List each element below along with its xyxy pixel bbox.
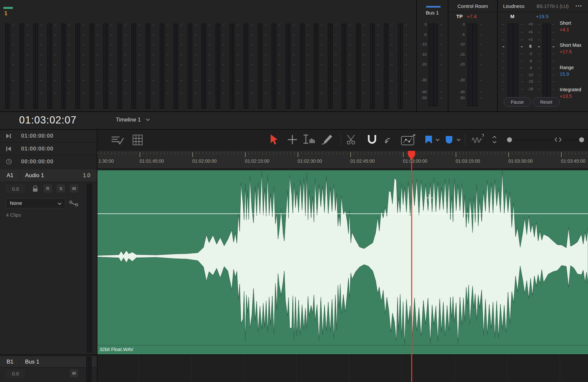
ruler-label: 01:02:00:00	[192, 158, 217, 164]
track-a1-volume[interactable]: 0.0	[6, 184, 25, 193]
marker-menu-chevron-icon[interactable]	[456, 137, 462, 142]
control-room-meter	[468, 24, 477, 106]
channel-meter	[230, 24, 234, 109]
channel-meter	[342, 24, 346, 109]
track-b1-header[interactable]: B1 Bus 1 0.0 M	[0, 355, 97, 382]
range-selection-tool[interactable]	[302, 133, 316, 146]
track-b1-volume[interactable]: 0.0	[6, 369, 25, 378]
track-a1-level-meter	[87, 184, 92, 352]
timeline-selector-label: Timeline 1	[116, 117, 141, 123]
clip-name-bar: 32bit Float.WAV	[97, 345, 588, 354]
jog-fields: 01:00:00:00 01:00:00:00 00:00:00:00	[0, 130, 97, 169]
skip-to-end-icon[interactable]	[6, 133, 12, 139]
track-b1-id: B1	[7, 359, 13, 365]
channel-meter	[75, 24, 80, 109]
keyframe-editor-icon[interactable]	[400, 133, 417, 146]
channel-meter	[300, 24, 305, 109]
channel-meter	[90, 24, 94, 109]
channel-meter	[216, 24, 220, 109]
vertical-zoom-icon[interactable]	[491, 134, 498, 145]
track-a1-mute-button[interactable]: M	[70, 184, 78, 193]
playhead-marker[interactable]	[408, 151, 415, 161]
linked-selection-icon[interactable]	[383, 133, 396, 146]
jog-timecode-duration[interactable]: 00:00:00:00	[21, 158, 53, 165]
bus-track-lane[interactable]	[97, 355, 588, 382]
jog-row: 00:00:00:00	[0, 155, 97, 168]
timeline-zoom-slider[interactable]	[564, 140, 584, 140]
channel-meter	[272, 24, 276, 109]
timeline-toolbar	[97, 130, 588, 151]
stat-integrated-value: +13.5	[560, 94, 572, 99]
duration-clock-icon[interactable]	[6, 159, 12, 165]
timeline-selector[interactable]: Timeline 1	[116, 117, 150, 123]
loudness-panel: Loudness BS.1770-1 (LU) ••• M +19.5 +9+6…	[498, 0, 588, 111]
razor-tool[interactable]	[345, 133, 358, 146]
stat-range-label: Range	[560, 65, 574, 70]
track-a1-header[interactable]: A1 Audio 1 1.0 0.0 R S M None 4 Clips	[0, 169, 97, 354]
skip-to-start-icon[interactable]	[6, 146, 12, 151]
meter-group-indicator	[3, 7, 13, 9]
channel-meter	[160, 24, 164, 109]
bus1-color-bar	[426, 6, 441, 8]
loudness-title: Loudness	[503, 3, 524, 9]
channel-meters-panel: 1	[0, 0, 416, 111]
bus1-meter	[429, 24, 438, 106]
jog-timecode-in[interactable]: 01:00:00:00	[21, 146, 53, 152]
fairlight-audio-page: { "colors": { "accent_red": "#e8483c", "…	[0, 0, 588, 382]
ruler-label: 01:02:15:00	[245, 158, 269, 164]
track-a1-name: Audio 1	[25, 172, 44, 179]
track-a1-automation-icon[interactable]	[68, 199, 79, 208]
snapping-magnet-icon[interactable]	[365, 133, 379, 146]
waveform	[97, 170, 588, 345]
channel-meter	[258, 24, 262, 109]
track-a1-effect-dropdown[interactable]: None	[6, 198, 66, 208]
trim-tool[interactable]	[286, 133, 299, 146]
track-a1-record-arm-button[interactable]: R	[43, 184, 52, 193]
track-a1-clip-count: 4 Clips	[6, 212, 21, 218]
channel-meter	[174, 24, 178, 109]
stat-short-value: +4.1	[560, 27, 569, 32]
loudness-pause-button[interactable]: Pause	[504, 97, 531, 107]
timeline-zoom-slider-knob[interactable]	[579, 137, 584, 142]
track-b1-name: Bus 1	[25, 359, 39, 365]
timeline-view-options-icon[interactable]	[111, 134, 125, 146]
flag-menu-chevron-icon[interactable]	[435, 137, 441, 142]
stat-short-label: Short	[560, 20, 571, 26]
transport-bar: 01:03:02:07 Timeline 1	[0, 112, 588, 129]
clip-volume-line[interactable]	[97, 213, 588, 214]
ruler-label: 01:03:15:00	[456, 158, 480, 164]
track-height-slider-knob[interactable]	[507, 137, 512, 142]
channel-meter	[356, 24, 361, 109]
track-a1-solo-button[interactable]: S	[57, 184, 65, 193]
channel-meter	[384, 24, 388, 109]
jog-timecode-out[interactable]: 01:00:00:00	[21, 133, 53, 139]
stat-shortmax-label: Short Max	[560, 42, 581, 48]
flag-icon[interactable]	[424, 134, 433, 146]
horizontal-zoom-icon[interactable]	[554, 136, 562, 144]
track-index-grid-icon[interactable]	[131, 134, 144, 146]
loudness-lu-scale: +9+6+30-3-6-9-12-15-18	[525, 0, 536, 111]
channel-meter	[5, 24, 10, 109]
loudness-menu-icon[interactable]: •••	[575, 3, 582, 9]
track-a1-name-row[interactable]: A1 Audio 1 1.0	[0, 170, 97, 182]
stat-integrated-label: Integrated	[560, 87, 581, 92]
channel-meter	[33, 24, 38, 109]
audio-clip[interactable]: 32bit Float.WAV	[97, 170, 588, 354]
track-height-slider[interactable]	[507, 140, 556, 140]
timeline-ruler[interactable]: 1:30:0001:01:45:0001:02:00:0001:02:15:00…	[97, 151, 588, 169]
chevron-down-icon	[57, 202, 62, 205]
track-b1-name-row[interactable]: B1 Bus 1	[0, 357, 97, 368]
marker-icon[interactable]	[444, 134, 454, 146]
channel-meter	[131, 24, 136, 109]
channel-meter	[61, 24, 66, 109]
track-b1-mute-button[interactable]: M	[70, 369, 78, 377]
stat-shortmax-value: +17.5	[560, 49, 572, 54]
selection-tool[interactable]	[268, 133, 280, 146]
playhead-line[interactable]	[411, 151, 412, 382]
channel-meter	[398, 24, 403, 109]
loudness-reset-button[interactable]: Reset	[533, 97, 560, 107]
pencil-tool[interactable]	[319, 133, 334, 146]
channel-meter	[370, 24, 375, 109]
master-timecode[interactable]: 01:03:02:07	[19, 114, 77, 126]
track-a1-lock-icon[interactable]	[31, 184, 40, 193]
